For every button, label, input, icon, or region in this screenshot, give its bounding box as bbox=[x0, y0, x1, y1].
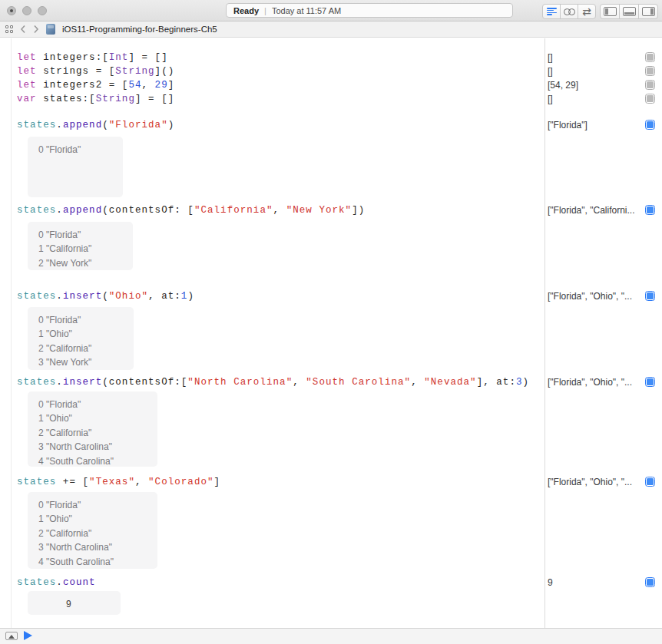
show-result-icon[interactable] bbox=[645, 80, 655, 90]
code-token: let bbox=[17, 66, 43, 77]
code-token: states bbox=[17, 577, 56, 588]
code-token: ], at: bbox=[477, 377, 516, 388]
show-result-icon[interactable] bbox=[645, 120, 655, 130]
minimize-window-button[interactable] bbox=[22, 6, 31, 15]
document-title[interactable]: iOS11-Programming-for-Beginners-Ch5 bbox=[62, 25, 217, 34]
inline-result-item: 0 "Florida" bbox=[28, 398, 157, 411]
toggle-debug-area-icon[interactable] bbox=[5, 632, 18, 640]
code-token: (contentsOf: [ bbox=[102, 205, 194, 216]
result-row: [] bbox=[548, 94, 655, 104]
code-token: . bbox=[56, 577, 63, 588]
code-line[interactable]: states.insert(contentsOf:["North Carolin… bbox=[17, 377, 529, 388]
show-result-icon[interactable] bbox=[645, 66, 655, 76]
inline-result-box[interactable]: 0 "Florida"1 "Ohio"2 "California"3 "New … bbox=[28, 307, 134, 370]
assistant-editor-button[interactable] bbox=[560, 4, 578, 19]
result-value: [] bbox=[548, 94, 655, 104]
code-line[interactable]: states += ["Texas", "Colorado"] bbox=[17, 477, 220, 487]
results-sidebar-divider[interactable] bbox=[544, 38, 545, 628]
toggle-inspectors-button[interactable] bbox=[638, 4, 658, 19]
result-value: [54, 29] bbox=[548, 80, 655, 91]
inline-result-box[interactable]: 0 "Florida"1 "Ohio"2 "California"3 "Nort… bbox=[28, 492, 157, 569]
code-line[interactable]: states.append(contentsOf: ["California",… bbox=[17, 205, 365, 216]
inline-result-box[interactable]: 9 bbox=[28, 591, 121, 615]
show-result-icon[interactable] bbox=[645, 577, 655, 587]
zoom-window-button[interactable] bbox=[38, 6, 47, 15]
result-row: [] bbox=[548, 52, 655, 63]
code-token: append bbox=[63, 205, 102, 216]
code-token: , bbox=[142, 80, 155, 91]
result-row: ["Florida"] bbox=[548, 120, 655, 130]
toggle-navigator-button[interactable] bbox=[600, 4, 620, 19]
code-token: states:[ bbox=[43, 94, 95, 104]
editor-gutter-divider bbox=[11, 38, 12, 628]
inline-result-item: 0 "Florida" bbox=[28, 498, 157, 512]
code-token: let bbox=[17, 52, 43, 63]
playground-file-icon bbox=[46, 24, 55, 35]
inline-result-item: 1 "California" bbox=[28, 242, 133, 256]
code-line[interactable]: let integers2 = [54, 29] bbox=[17, 80, 174, 91]
show-result-icon[interactable] bbox=[645, 477, 655, 487]
debug-panel-icon bbox=[623, 7, 636, 16]
code-line[interactable]: states.insert("Ohio", at:1) bbox=[17, 291, 194, 302]
inline-result-item: 2 "New York" bbox=[28, 256, 133, 270]
code-token: . bbox=[56, 120, 63, 130]
code-token: "Florida" bbox=[109, 120, 168, 130]
back-button[interactable] bbox=[20, 25, 26, 34]
code-token: states bbox=[17, 205, 56, 216]
status-separator: | bbox=[264, 6, 266, 15]
show-result-icon[interactable] bbox=[645, 377, 655, 387]
code-token: 29 bbox=[155, 80, 168, 91]
result-row: ["Florida", "Californi... bbox=[548, 205, 655, 216]
result-value: ["Florida", "Ohio", "... bbox=[548, 377, 655, 388]
inline-result-box[interactable]: 0 "Florida" bbox=[28, 137, 123, 197]
code-token: append bbox=[63, 120, 102, 130]
status-text: Ready bbox=[233, 6, 259, 15]
code-line[interactable]: let strings = [String]() bbox=[17, 66, 174, 77]
show-result-icon[interactable] bbox=[645, 205, 655, 215]
code-line[interactable]: states.append("Florida") bbox=[17, 120, 174, 130]
inline-result-item: 1 "Ohio" bbox=[28, 327, 134, 341]
code-token: += [ bbox=[56, 477, 89, 487]
code-token: var bbox=[17, 94, 43, 104]
forward-button[interactable] bbox=[33, 25, 39, 34]
standard-editor-icon bbox=[547, 8, 557, 15]
inline-result-item: 0 "Florida" bbox=[28, 313, 134, 327]
traffic-lights bbox=[7, 6, 47, 15]
inline-result-item: 0 "Florida" bbox=[28, 228, 133, 242]
code-line[interactable]: let integers:[Int] = [] bbox=[17, 52, 168, 63]
inline-result-item: 3 "North Carolina" bbox=[28, 440, 157, 454]
inline-result-box[interactable]: 0 "Florida"1 "Ohio"2 "California"3 "Nort… bbox=[28, 391, 157, 467]
editor-mode-buttons: ⇄ bbox=[542, 4, 596, 19]
inline-result-item: 3 "North Carolina" bbox=[28, 540, 157, 554]
inline-result-item: 2 "California" bbox=[28, 426, 157, 440]
result-value: [] bbox=[548, 66, 655, 77]
inline-result-item: 4 "South Carolina" bbox=[28, 454, 157, 467]
code-token: , bbox=[135, 477, 148, 487]
show-result-icon[interactable] bbox=[645, 52, 655, 62]
execute-playground-button[interactable] bbox=[24, 631, 32, 640]
version-editor-button[interactable]: ⇄ bbox=[578, 4, 596, 19]
code-token: insert bbox=[63, 377, 102, 388]
close-window-button[interactable] bbox=[7, 6, 16, 15]
assistant-editor-icon bbox=[564, 8, 575, 15]
code-token: ) bbox=[523, 377, 530, 388]
code-token: "Nevada" bbox=[424, 377, 476, 388]
show-result-icon[interactable] bbox=[645, 94, 655, 104]
show-result-icon[interactable] bbox=[645, 291, 655, 301]
inline-result-box[interactable]: 0 "Florida"1 "California"2 "New York" bbox=[28, 222, 133, 270]
result-value: 9 bbox=[548, 577, 655, 588]
inline-result-item: 0 "Florida" bbox=[28, 143, 123, 157]
related-items-icon[interactable] bbox=[5, 25, 13, 33]
result-value: [] bbox=[548, 52, 655, 63]
inline-result-item: 4 "South Carolina" bbox=[28, 555, 157, 569]
toggle-debug-area-button[interactable] bbox=[619, 4, 639, 19]
code-line[interactable]: var states:[String] = [] bbox=[17, 94, 174, 104]
standard-editor-button[interactable] bbox=[542, 4, 561, 19]
code-token: states bbox=[17, 477, 56, 487]
code-token: let bbox=[17, 80, 43, 91]
inline-result-item: 2 "California" bbox=[28, 527, 157, 540]
inline-result-item: 9 bbox=[28, 597, 121, 611]
code-token: "Ohio" bbox=[109, 291, 148, 302]
code-line[interactable]: states.count bbox=[17, 577, 96, 588]
code-token: . bbox=[56, 377, 63, 388]
